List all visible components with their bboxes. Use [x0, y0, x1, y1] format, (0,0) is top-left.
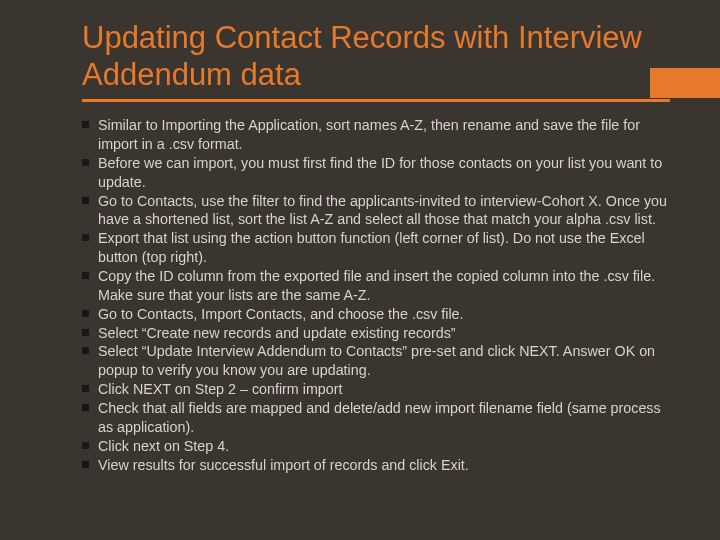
accent-bar: [650, 68, 720, 98]
bullet-list: Similar to Importing the Application, so…: [82, 116, 670, 474]
list-item: Click NEXT on Step 2 – confirm import: [82, 380, 670, 399]
list-item: Click next on Step 4.: [82, 437, 670, 456]
list-item: Before we can import, you must first fin…: [82, 154, 670, 192]
list-item: Similar to Importing the Application, so…: [82, 116, 670, 154]
list-item: Go to Contacts, Import Contacts, and cho…: [82, 305, 670, 324]
list-item: View results for successful import of re…: [82, 456, 670, 475]
list-item: Go to Contacts, use the filter to find t…: [82, 192, 670, 230]
slide-title: Updating Contact Records with Interview …: [82, 20, 670, 93]
list-item: Export that list using the action button…: [82, 229, 670, 267]
list-item: Copy the ID column from the exported fil…: [82, 267, 670, 305]
list-item: Check that all fields are mapped and del…: [82, 399, 670, 437]
list-item: Select “Create new records and update ex…: [82, 324, 670, 343]
slide-content: Updating Contact Records with Interview …: [0, 0, 720, 494]
title-underline: [82, 99, 670, 102]
list-item: Select “Update Interview Addendum to Con…: [82, 342, 670, 380]
